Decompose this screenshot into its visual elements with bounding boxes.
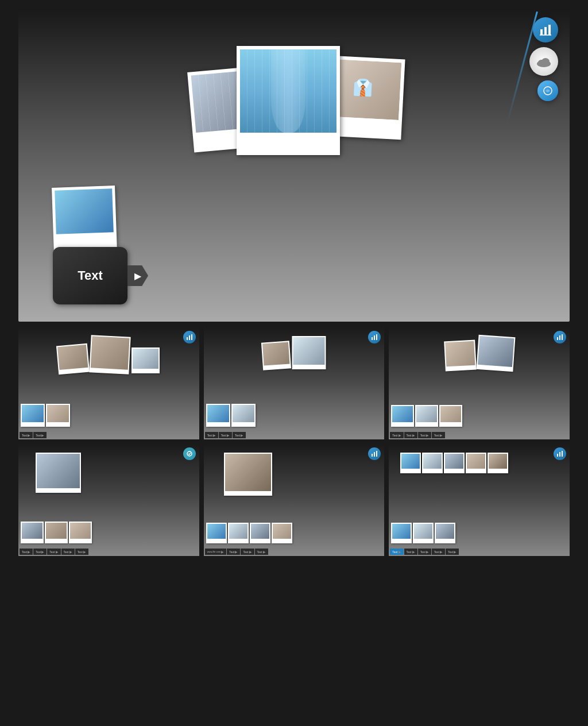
t-btn-4-5[interactable]: Text ▶ xyxy=(75,549,88,555)
thumb-text-buttons-6: Text ▶ Text ▶ Text ▶ Text ▶ Text ▶ xyxy=(390,549,459,555)
tp-1-a xyxy=(56,343,90,375)
tp-1-d xyxy=(21,404,45,427)
t-btn-1-2[interactable]: Text ▶ xyxy=(33,432,47,438)
tp-4-a xyxy=(36,453,81,493)
svg-rect-2 xyxy=(548,25,551,35)
tp-6-b xyxy=(422,453,443,473)
thumb-text-buttons-1: Text ▶ Text ▶ xyxy=(20,432,47,438)
t-btn-6-2[interactable]: Text ▶ xyxy=(404,549,417,555)
svg-rect-16 xyxy=(562,334,563,340)
thumb-corner-icon-6 xyxy=(554,447,566,460)
building-photo-center xyxy=(240,49,336,133)
thumb-row-6 xyxy=(391,523,455,543)
t-btn-5-4[interactable]: Text ▶ xyxy=(255,549,268,555)
thumb-corner-icon-4 xyxy=(183,447,196,460)
thumb-corner-icon-2 xyxy=(368,331,381,343)
tp-6-d xyxy=(466,453,486,473)
tp-6-g xyxy=(413,523,434,543)
chart-icon[interactable] xyxy=(533,17,558,43)
tp-1-c xyxy=(131,347,160,373)
photos-cluster xyxy=(173,34,415,195)
thumbnail-slide-1[interactable]: Text ▶ Text ▶ xyxy=(18,327,199,439)
thumb-text-buttons-3: Text ▶ Text ▶ Text ▶ Text ▶ xyxy=(390,432,445,438)
tp-4-d xyxy=(69,522,92,543)
svg-rect-13 xyxy=(376,334,377,340)
thumbnail-slide-3[interactable]: Text ▶ Text ▶ Text ▶ Text ▶ xyxy=(389,327,570,439)
t-btn-4-1[interactable]: Text ▶ xyxy=(20,549,33,555)
t-btn-6-5[interactable]: Text ▶ xyxy=(446,549,459,555)
t-btn-3-2[interactable]: Text ▶ xyxy=(404,432,417,438)
tp-1-b xyxy=(90,335,131,374)
tp-3-c xyxy=(391,405,414,427)
t-btn-6-4[interactable]: Text ▶ xyxy=(432,549,445,555)
t-btn-4-3[interactable]: Text ▶ xyxy=(47,549,60,555)
t-btn-6-1[interactable]: Text ▶ xyxy=(390,549,403,555)
svg-rect-0 xyxy=(540,29,543,35)
svg-rect-11 xyxy=(372,337,373,340)
thumb-row-4 xyxy=(21,522,92,543)
brain-icon[interactable] xyxy=(537,80,558,101)
tp-3-d xyxy=(415,405,438,427)
tp-5-b xyxy=(206,523,227,543)
tp-4-c xyxy=(45,522,68,543)
svg-rect-10 xyxy=(191,334,192,340)
t-btn-2-1[interactable]: Text ▶ xyxy=(205,432,218,438)
thumb-text-buttons-2: Text ▶ Text ▶ Text ▶ xyxy=(205,432,246,438)
thumbnail-slide-2[interactable]: Text ▶ Text ▶ Text ▶ xyxy=(204,327,385,439)
main-slide: Text ▶ xyxy=(18,11,570,322)
thumbnail-slide-5[interactable]: www.2le.com ▶ Text ▶ Text ▶ Text ▶ xyxy=(204,444,385,556)
thumbnails-section: Text ▶ Text ▶ Text ▶ Text ▶ xyxy=(18,327,570,567)
thumb-text-buttons-4: Text ▶ Text ▶ Text ▶ Text ▶ Text ▶ xyxy=(20,549,88,555)
thumbnail-slide-6[interactable]: Text ▶ Text ▶ Text ▶ Text ▶ Text ▶ xyxy=(389,444,570,556)
tp-6-a xyxy=(400,453,421,473)
thumb-corner-icon-3 xyxy=(554,331,566,343)
small-building-photo xyxy=(55,188,114,234)
top-icons xyxy=(529,17,558,101)
text-button[interactable]: Text xyxy=(53,247,127,304)
tp-5-c xyxy=(228,523,249,543)
polaroid-center xyxy=(237,46,340,155)
tp-3-b xyxy=(476,335,515,372)
small-polaroid-bottom xyxy=(52,186,117,254)
tp-2-c xyxy=(206,404,230,427)
thumb-text-buttons-5: www.2le.com ▶ Text ▶ Text ▶ Text ▶ xyxy=(205,549,268,555)
tp-5-e xyxy=(272,523,292,543)
svg-rect-12 xyxy=(374,335,375,340)
arrow-button[interactable]: ▶ xyxy=(127,265,148,286)
svg-rect-20 xyxy=(376,451,377,457)
tp-2-a xyxy=(261,341,291,370)
tp-4-b xyxy=(21,522,44,543)
svg-rect-14 xyxy=(557,337,558,340)
t-btn-5-1[interactable]: www.2le.com ▶ xyxy=(205,549,227,555)
tp-2-d xyxy=(231,404,256,427)
tp-1-e xyxy=(46,404,70,427)
thumbnail-slide-4[interactable]: Text ▶ Text ▶ Text ▶ Text ▶ Text ▶ xyxy=(18,444,199,556)
t-btn-2-2[interactable]: Text ▶ xyxy=(219,432,232,438)
svg-rect-8 xyxy=(187,337,188,340)
t-btn-6-3[interactable]: Text ▶ xyxy=(418,549,431,555)
svg-rect-19 xyxy=(374,452,375,457)
t-btn-3-4[interactable]: Text ▶ xyxy=(432,432,445,438)
t-btn-4-4[interactable]: Text ▶ xyxy=(61,549,75,555)
meeting-photo-right xyxy=(331,59,401,120)
svg-rect-15 xyxy=(559,335,560,340)
tp-5-a xyxy=(224,453,272,496)
tp-6-f xyxy=(391,523,412,543)
cloud-icon[interactable] xyxy=(529,47,558,76)
text-button-area: Text ▶ xyxy=(53,247,148,304)
t-btn-3-1[interactable]: Text ▶ xyxy=(390,432,403,438)
t-btn-5-2[interactable]: Text ▶ xyxy=(227,549,240,555)
t-btn-2-3[interactable]: Text ▶ xyxy=(233,432,246,438)
t-btn-5-3[interactable]: Text ▶ xyxy=(241,549,254,555)
thumb-corner-icon-1 xyxy=(183,331,196,343)
t-btn-4-2[interactable]: Text ▶ xyxy=(33,549,47,555)
svg-rect-1 xyxy=(544,27,547,35)
svg-rect-18 xyxy=(372,454,373,457)
svg-rect-22 xyxy=(559,452,560,457)
svg-rect-21 xyxy=(557,454,558,457)
t-btn-1-1[interactable]: Text ▶ xyxy=(20,432,33,438)
t-btn-3-3[interactable]: Text ▶ xyxy=(418,432,431,438)
tp-5-d xyxy=(250,523,270,543)
tp-2-b xyxy=(292,336,326,369)
tp-3-e xyxy=(439,405,462,427)
